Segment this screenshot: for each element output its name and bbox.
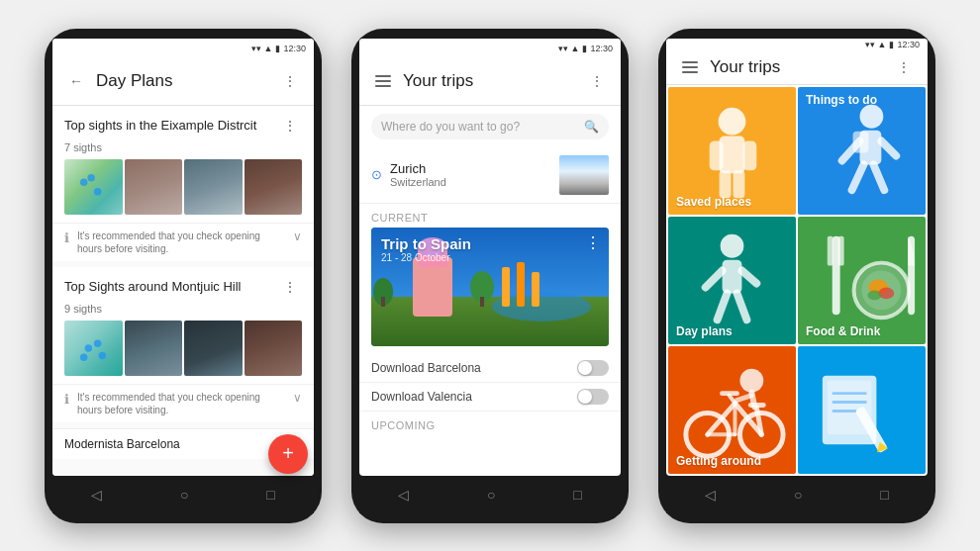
svg-line-23 <box>852 164 864 190</box>
hamburger-button-2[interactable] <box>371 69 395 93</box>
plan-item-2: Top Sights around Montjuic Hill ⋮ 9 sigt… <box>52 267 314 422</box>
nav-back-2[interactable]: ◁ <box>398 487 409 503</box>
grid-cell-food-drink[interactable]: Food & Drink <box>798 217 926 344</box>
search-placeholder: Where do you want to go? <box>381 120 578 134</box>
phone-2-nav: ◁ ○ □ <box>359 476 621 513</box>
extra-cell-illustration <box>798 346 926 474</box>
info-row-1: ℹ It's recommended that you check openin… <box>52 223 314 261</box>
cell-label-food-drink: Food & Drink <box>806 324 880 338</box>
plan-photo-2b <box>184 321 243 376</box>
svg-rect-8 <box>480 297 484 307</box>
plan-header-2: Top Sights around Montjuic Hill ⋮ <box>52 267 314 303</box>
plan-item-1: Top sights in the Eixample Distrcit ⋮ 7 … <box>52 106 314 261</box>
hamburger-icon-2 <box>375 75 391 87</box>
svg-point-26 <box>721 233 744 257</box>
grid-cell-extra[interactable] <box>798 346 926 474</box>
page-title-2: Your trips <box>403 71 577 91</box>
app-bar-2: Your trips ⋮ <box>359 58 621 106</box>
info-icon-2: ℹ <box>64 392 69 407</box>
phone-1-nav: ◁ ○ □ <box>52 476 314 513</box>
toggle-row-barcelona: Download Barcelona <box>359 354 621 383</box>
svg-point-13 <box>719 107 746 135</box>
phone-1-screen: ▾▾ ▲ ▮ 12:30 ← Day Plans ⋮ Top sights in… <box>52 39 314 476</box>
svg-point-40 <box>867 290 881 300</box>
status-bar-2: ▾▾ ▲ ▮ 12:30 <box>359 39 621 58</box>
toggle-valencia[interactable] <box>577 389 609 405</box>
nav-back-1[interactable]: ◁ <box>91 487 102 503</box>
plan-title-1: Top sights in the Eixample Distrcit <box>64 118 278 133</box>
plan-images-1 <box>52 159 314 223</box>
trip-card-date: 21 - 28 October <box>381 252 599 263</box>
more-button-2[interactable]: ⋮ <box>585 69 609 93</box>
battery-icon-2: ▮ <box>582 44 587 53</box>
section-current: Current <box>359 204 621 228</box>
fab-button[interactable]: + <box>268 434 308 474</box>
svg-line-31 <box>736 293 746 320</box>
plan-photo-2c <box>245 321 303 376</box>
chevron-2[interactable]: ∨ <box>293 391 302 405</box>
app-bar-1: ← Day Plans ⋮ <box>52 58 314 106</box>
nav-home-2[interactable]: ○ <box>487 487 495 503</box>
svg-line-50 <box>730 395 735 403</box>
svg-point-19 <box>860 104 884 128</box>
more-button-3[interactable]: ⋮ <box>892 55 916 79</box>
svg-rect-27 <box>723 259 742 293</box>
svg-line-24 <box>873 164 884 190</box>
info-row-2: ℹ It's recommended that you check openin… <box>52 384 314 422</box>
page-title-3: Your trips <box>710 57 884 77</box>
time-display-3: 12:30 <box>897 40 920 49</box>
battery-icon: ▮ <box>275 44 280 53</box>
info-icon-1: ℹ <box>64 230 69 245</box>
plan-title-2: Top Sights around Montjuic Hill <box>64 279 278 294</box>
nav-recents-3[interactable]: □ <box>880 487 888 503</box>
signal-icon: ▾▾ <box>251 44 261 53</box>
trips-grid: Saved places Things to do <box>666 85 928 476</box>
svg-rect-12 <box>532 272 539 307</box>
nav-home-3[interactable]: ○ <box>794 487 802 503</box>
plan-header-1: Top sights in the Eixample Distrcit ⋮ <box>52 106 314 141</box>
grid-cell-getting-around[interactable]: Getting around <box>668 346 796 474</box>
location-info: Zurich Switzerland <box>390 161 551 188</box>
modernista-title: Modernista Barcelona <box>64 437 180 451</box>
trip-card-title: Trip to Spain <box>381 235 599 252</box>
nav-back-3[interactable]: ◁ <box>705 487 716 503</box>
grid-cell-day-plans[interactable]: Day plans <box>668 217 796 344</box>
svg-line-28 <box>706 270 723 287</box>
plan-photo-1c <box>245 159 303 215</box>
search-bar[interactable]: Where do you want to go? 🔍 <box>371 114 609 139</box>
nav-recents-2[interactable]: □ <box>573 487 581 503</box>
wifi-icon: ▲ <box>264 44 273 53</box>
svg-point-52 <box>739 368 763 392</box>
svg-rect-10 <box>502 267 510 307</box>
grid-cell-saved-places[interactable]: Saved places <box>668 87 796 215</box>
plan-more-2[interactable]: ⋮ <box>278 275 302 299</box>
scroll-content-1: Top sights in the Eixample Distrcit ⋮ 7 … <box>52 106 314 476</box>
trip-menu-button[interactable]: ⋮ <box>585 233 601 252</box>
svg-rect-15 <box>710 140 724 170</box>
toggle-barcelona[interactable] <box>577 360 609 376</box>
location-thumbnail <box>559 155 609 195</box>
battery-icon-3: ▮ <box>889 40 894 49</box>
svg-line-29 <box>741 270 756 283</box>
plan-more-1[interactable]: ⋮ <box>278 114 302 138</box>
svg-rect-18 <box>733 170 744 198</box>
more-button-1[interactable]: ⋮ <box>278 69 302 93</box>
nav-recents-1[interactable]: □ <box>266 487 274 503</box>
svg-line-54 <box>736 395 751 400</box>
cell-label-saved-places: Saved places <box>676 195 751 209</box>
chevron-1[interactable]: ∨ <box>293 230 302 243</box>
time-display-2: 12:30 <box>590 44 613 53</box>
trip-card[interactable]: Trip to Spain 21 - 28 October ⋮ <box>371 228 609 346</box>
back-button[interactable]: ← <box>64 69 88 93</box>
info-text-2: It's recommended that you check opening … <box>77 391 285 416</box>
svg-line-22 <box>881 140 896 155</box>
phone-3-nav: ◁ ○ □ <box>666 476 928 513</box>
nav-home-1[interactable]: ○ <box>180 487 188 503</box>
status-bar-1: ▾▾ ▲ ▮ 12:30 <box>52 39 314 58</box>
grid-cell-things-to-do[interactable]: Things to do <box>798 87 926 215</box>
svg-rect-17 <box>720 170 732 198</box>
phone-3: ▾▾ ▲ ▮ 12:30 Your trips ⋮ <box>658 29 935 523</box>
cell-label-getting-around: Getting around <box>676 454 761 468</box>
hamburger-button-3[interactable] <box>678 55 702 79</box>
signal-icon-3: ▾▾ <box>865 40 875 49</box>
